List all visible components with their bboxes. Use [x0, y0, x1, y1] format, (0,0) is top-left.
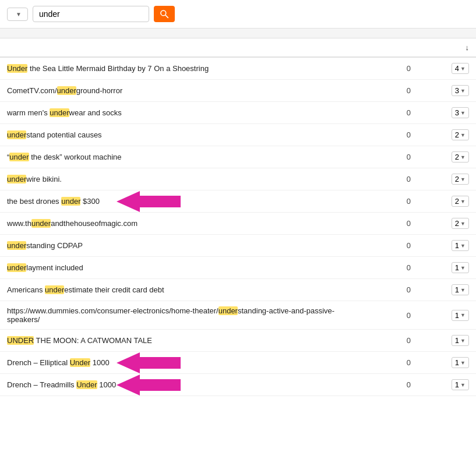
dropdown-chevron-icon: ▼ [460, 88, 466, 94]
anchor-highlight: under [57, 86, 76, 95]
external-dropdown[interactable]: 2▼ [452, 174, 469, 185]
dropdown-chevron-icon: ▼ [460, 154, 466, 160]
external-cell: 1▼ [418, 279, 476, 301]
anchor-post: 1000 [90, 358, 110, 367]
anchor-post: wire bikini. [26, 175, 62, 183]
external-dropdown[interactable]: 1▼ [452, 240, 469, 251]
table-row: warm men's underwear and socks03▼ [0, 102, 476, 124]
anchor-cell: Drench – Treadmills Under 1000 [0, 374, 359, 396]
table-row: understand potential causes02▼ [0, 124, 476, 146]
anchor-post: the desk” workout machine [29, 153, 122, 161]
anchor-post: ground-horror [76, 86, 123, 95]
external-cell: 2▼ [418, 146, 476, 168]
external-cell: 1▼ [418, 235, 476, 257]
external-cell: 4▼ [418, 57, 476, 80]
anchor-cell: UNDER THE MOON: A CATWOMAN TALE [0, 330, 359, 352]
dropdown-chevron-icon: ▼ [460, 221, 466, 227]
dropdown-chevron-icon: ▼ [460, 312, 466, 318]
anchor-post: $300 [80, 197, 100, 206]
internal-cell: 0 [359, 330, 418, 352]
anchor-post: estimate their credit card debt [64, 285, 164, 294]
anchor-pre: Drench – Treadmills [7, 380, 76, 389]
search-button[interactable] [154, 6, 175, 22]
external-dropdown[interactable]: 2▼ [452, 129, 469, 140]
anchor-cell: www.thunderandthehouseofmagic.com [0, 213, 359, 235]
dropdown-chevron-icon: ▼ [460, 132, 466, 138]
external-dropdown[interactable]: 1▼ [452, 379, 469, 390]
table-row: “under the desk” workout machine02▼ [0, 146, 476, 168]
summary-bar [0, 29, 476, 38]
table-row: www.thunderandthehouseofmagic.com02▼ [0, 213, 476, 235]
svg-marker-4 [117, 375, 181, 396]
external-dropdown[interactable]: 2▼ [452, 218, 469, 229]
external-dropdown[interactable]: 4▼ [452, 63, 469, 74]
internal-cell: 0 [359, 146, 418, 168]
dropdown-chevron-icon: ▼ [460, 360, 466, 366]
external-value: 3 [455, 108, 459, 117]
external-cell: 3▼ [418, 80, 476, 102]
external-dropdown[interactable]: 1▼ [452, 335, 469, 346]
external-dropdown[interactable]: 1▼ [452, 310, 469, 321]
table-row: Drench – Treadmills Under 100001▼ [0, 374, 476, 396]
anchor-cell: understanding CDPAP [0, 235, 359, 257]
external-value: 1 [455, 241, 459, 250]
anchor-highlight: under [9, 153, 29, 161]
anchor-highlight: under [31, 219, 51, 228]
anchor-pre: www.th [7, 219, 31, 228]
anchor-highlight: under [7, 175, 26, 183]
external-cell: 2▼ [418, 124, 476, 146]
results-table: ↓ Under the Sea Little Mermaid Birthday … [0, 38, 476, 396]
external-dropdown[interactable]: 1▼ [452, 284, 469, 295]
toolbar: ▼ [0, 0, 476, 29]
external-dropdown[interactable]: 3▼ [452, 85, 469, 96]
internal-header [359, 38, 418, 57]
dropdown-chevron-icon: ▼ [460, 243, 466, 249]
internal-cell: 0 [359, 102, 418, 124]
internal-cell: 0 [359, 257, 418, 279]
external-value: 1 [455, 336, 459, 345]
external-value: 2 [455, 219, 459, 228]
internal-cell: 0 [359, 190, 418, 213]
anchor-cell: the best drones under $300 [0, 190, 359, 213]
anchor-post: the Sea Little Mermaid Birthday by 7 On … [27, 64, 209, 73]
dropdown-chevron-icon: ▼ [460, 382, 466, 388]
external-cell: 1▼ [418, 330, 476, 352]
external-cell: 2▼ [418, 168, 476, 190]
external-dropdown[interactable]: 2▼ [452, 196, 469, 207]
anchor-highlight: under [45, 285, 64, 294]
internal-cell: 0 [359, 168, 418, 190]
external-value: 1 [455, 285, 459, 294]
table-row: CometTV.com/underground-horror03▼ [0, 80, 476, 102]
search-wrapper [33, 6, 149, 22]
external-dropdown[interactable]: 3▼ [452, 107, 469, 118]
dropdown-chevron-icon: ▼ [460, 265, 466, 271]
search-input[interactable] [33, 6, 149, 22]
anchor-highlight: UNDER [7, 336, 34, 345]
anchor-cell: https://www.dummies.com/consumer-electro… [0, 301, 359, 330]
external-cell: 1▼ [418, 374, 476, 396]
table-row: Drench – Elliptical Under 100001▼ [0, 352, 476, 374]
internal-cell: 0 [359, 235, 418, 257]
external-value: 2 [455, 153, 459, 161]
external-dropdown[interactable]: 1▼ [452, 357, 469, 368]
table-row: understanding CDPAP01▼ [0, 235, 476, 257]
external-cell: 2▼ [418, 213, 476, 235]
anchor-post: stand potential causes [26, 130, 101, 139]
external-header: ↓ [418, 38, 476, 57]
anchor-post: standing CDPAP [26, 241, 83, 250]
anchor-cell: underlayment included [0, 257, 359, 279]
internal-cell: 0 [359, 124, 418, 146]
link-type-dropdown[interactable]: ▼ [7, 8, 28, 21]
table-row: the best drones under $30002▼ [0, 190, 476, 213]
external-dropdown[interactable]: 2▼ [452, 151, 469, 163]
link-type-chevron-icon: ▼ [16, 11, 22, 17]
external-value: 1 [455, 263, 459, 272]
external-dropdown[interactable]: 1▼ [452, 262, 469, 273]
svg-marker-3 [117, 352, 181, 373]
dropdown-chevron-icon: ▼ [460, 287, 466, 293]
anchor-post: wear and socks [69, 108, 122, 117]
table-row: underlayment included01▼ [0, 257, 476, 279]
table-row: Under the Sea Little Mermaid Birthday by… [0, 57, 476, 80]
anchor-highlight: under [218, 306, 238, 315]
anchor-cell: Americans underestimate their credit car… [0, 279, 359, 301]
